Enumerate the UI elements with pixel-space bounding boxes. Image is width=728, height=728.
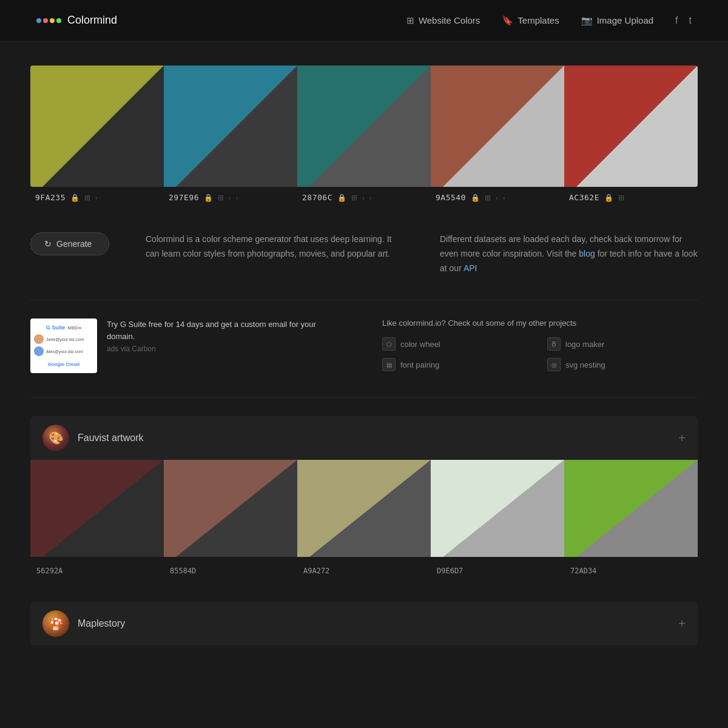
fauvist-title: Fauvist artwork <box>78 433 670 443</box>
lock-icon-3[interactable]: 🔒 <box>337 194 346 202</box>
color-wheel-link[interactable]: ⬡ color wheel <box>382 337 533 351</box>
projects-grid: ⬡ color wheel B logo maker ▤ font pairin… <box>382 337 698 371</box>
triangle-2 <box>176 66 297 187</box>
logo-dot-1 <box>36 18 41 23</box>
fauvist-label-4: D9E6D7 <box>431 563 564 578</box>
ad-image: G Suite MBD● Jane@your-biz.com Alex@your… <box>30 318 97 373</box>
maplestory-plus[interactable]: + <box>678 617 686 631</box>
nav-website-colors[interactable]: ⊞ Website Colors <box>406 15 480 26</box>
svg-nesting-link[interactable]: ◎ svg nesting <box>547 358 698 371</box>
arrow-left-2[interactable]: ‹ <box>229 194 231 201</box>
fauvist-avatar: 🎨 <box>42 425 69 451</box>
email-alex: Alex@your-biz.com <box>46 349 83 354</box>
nav-templates-label: Templates <box>517 15 559 25</box>
gsuite-icons: MBD● <box>67 325 81 331</box>
divider-2 <box>30 397 698 398</box>
ad-sub: ads via Carbon <box>107 345 346 353</box>
lock-icon-4[interactable]: 🔒 <box>471 194 480 202</box>
divider-1 <box>30 300 698 300</box>
grid-icon: ⊞ <box>406 15 414 26</box>
avatar-jane <box>34 334 44 344</box>
blog-link[interactable]: blog <box>579 249 595 258</box>
nav-image-upload[interactable]: 📷 Image Upload <box>581 15 653 26</box>
swatch-2 <box>164 66 297 187</box>
info-col-1: Colormind is a color scheme generator th… <box>146 232 403 275</box>
fauvist-tri-5 <box>576 460 698 557</box>
fauvist-hex-3: A9A272 <box>303 567 329 575</box>
bookmark-icon: 🔖 <box>502 15 513 26</box>
twitter-link[interactable]: t <box>689 15 692 26</box>
color-wheel-icon: ⬡ <box>382 337 396 351</box>
lock-icon-5[interactable]: 🔒 <box>604 194 613 202</box>
fauvist-header: 🎨 Fauvist artwork + <box>30 416 698 460</box>
swatch-5 <box>564 66 698 187</box>
label-cell-2: 297E96 🔒 ⊞ ‹ › <box>164 187 297 208</box>
generate-button[interactable]: ↻ Generate <box>30 232 109 255</box>
fauvist-swatch-5 <box>564 460 698 557</box>
maplestory-title: Maplestory <box>78 618 670 629</box>
refresh-icon: ↻ <box>44 239 52 249</box>
navbar: Colormind ⊞ Website Colors 🔖 Templates 📷… <box>0 0 728 41</box>
description-text: Colormind is a color scheme generator th… <box>146 234 391 258</box>
hex-2: 297E96 <box>169 193 199 202</box>
hex-1: 9FA235 <box>35 193 66 202</box>
email-row-1: Jane@your-biz.com <box>34 334 93 344</box>
logo-maker-link[interactable]: B logo maker <box>547 337 698 351</box>
logo[interactable]: Colormind <box>36 14 406 27</box>
nav-website-colors-label: Website Colors <box>419 15 480 25</box>
arrow-right-1[interactable]: › <box>95 194 98 201</box>
logo-text: Colormind <box>67 14 117 27</box>
logo-dot-2 <box>43 18 48 23</box>
arrow-left-3[interactable]: ‹ <box>362 194 365 201</box>
ad-box: G Suite MBD● Jane@your-biz.com Alex@your… <box>30 318 346 373</box>
fauvist-tri-1 <box>42 460 164 557</box>
fauvist-label-2: 85584D <box>164 563 297 578</box>
fauvist-label-1: 56292A <box>30 563 164 578</box>
swatch-1 <box>30 66 164 187</box>
main-palette <box>30 66 698 187</box>
nav-templates[interactable]: 🔖 Templates <box>502 15 559 26</box>
fauvist-hex-2: 85584D <box>170 567 196 575</box>
swatch-4 <box>431 66 564 187</box>
fauvist-swatch-2 <box>164 460 297 557</box>
fauvist-swatch-3 <box>297 460 431 557</box>
font-pairing-link[interactable]: ▤ font pairing <box>382 358 533 371</box>
api-link[interactable]: API <box>463 263 477 273</box>
grid-icon-1[interactable]: ⊞ <box>84 194 90 202</box>
arrow-right-3[interactable]: › <box>369 194 372 201</box>
lock-icon-1[interactable]: 🔒 <box>70 194 79 202</box>
label-cell-4: 9A5540 🔒 ⊞ ‹ › <box>431 187 564 208</box>
grid-icon-5[interactable]: ⊞ <box>618 194 624 202</box>
grid-icon-2[interactable]: ⊞ <box>218 194 224 202</box>
fauvist-plus[interactable]: + <box>678 431 686 445</box>
color-wheel-label: color wheel <box>400 340 440 349</box>
facebook-link[interactable]: f <box>675 15 678 26</box>
fauvist-swatch-1 <box>30 460 164 557</box>
grid-icon-4[interactable]: ⊞ <box>485 194 491 202</box>
svg-nesting-icon: ◎ <box>547 358 561 371</box>
palette-labels: 9FA235 🔒 ⊞ › 297E96 🔒 ⊞ ‹ › 28706C 🔒 ⊞ ‹… <box>30 187 698 208</box>
ad-text: Try G Suite free for 14 days and get a c… <box>107 318 346 353</box>
projects-title: Like colormind.io? Check out some of my … <box>382 318 698 328</box>
hex-4: 9A5540 <box>436 193 466 202</box>
label-cell-5: AC362E 🔒 ⊞ <box>564 187 698 208</box>
fauvist-hex-1: 56292A <box>36 567 62 575</box>
fauvist-hex-5: 72AD34 <box>570 567 596 575</box>
arrow-right-2[interactable]: › <box>236 194 238 201</box>
logo-dot-4 <box>56 18 61 23</box>
fauvist-tri-3 <box>309 460 431 557</box>
curated-maplestory: 🍄 Maplestory + <box>30 602 698 645</box>
arrow-left-4[interactable]: ‹ <box>496 194 498 201</box>
lock-icon-2[interactable]: 🔒 <box>204 194 213 202</box>
main-content: 9FA235 🔒 ⊞ › 297E96 🔒 ⊞ ‹ › 28706C 🔒 ⊞ ‹… <box>30 41 698 682</box>
mid-section: G Suite MBD● Jane@your-biz.com Alex@your… <box>30 318 698 373</box>
grid-icon-3[interactable]: ⊞ <box>351 194 357 202</box>
email-jane: Jane@your-biz.com <box>46 337 84 342</box>
logo-dot-3 <box>50 18 55 23</box>
arrow-right-4[interactable]: › <box>503 194 505 201</box>
fauvist-hex-4: D9E6D7 <box>437 567 463 575</box>
triangle-5 <box>576 66 698 187</box>
fauvist-swatch-4 <box>431 460 564 557</box>
label-cell-3: 28706C 🔒 ⊞ ‹ › <box>297 187 431 208</box>
email-row-2: Alex@your-biz.com <box>34 346 93 356</box>
